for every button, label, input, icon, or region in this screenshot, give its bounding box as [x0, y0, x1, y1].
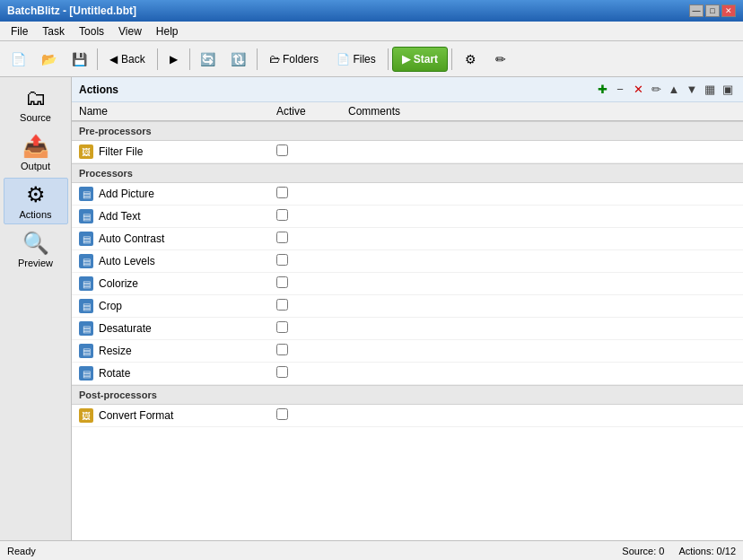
row-filter-file: 🖼 Filter File	[79, 144, 276, 159]
table-body: Pre-processors 🖼 Filter File Processors …	[72, 121, 743, 540]
add-picture-icon: ▤	[79, 187, 93, 201]
table-row: ▤ Desaturate	[72, 318, 743, 340]
crop-icon: ▤	[79, 299, 93, 313]
crop-label: Crop	[99, 300, 122, 312]
auto-levels-icon: ▤	[79, 254, 93, 268]
sidebar-item-preview[interactable]: 🔍 Preview	[4, 226, 68, 273]
status-right: Source: 0 Actions: 0/12	[622, 546, 736, 556]
remove-action-button[interactable]: −	[612, 82, 628, 98]
actions-icon: ⚙	[26, 182, 46, 207]
convert-format-icon: 🖼	[79, 408, 93, 423]
toolbar: 📄 📂 💾 ◀ Back ▶ 🔄 🔃 🗁 Folders 📄 Files ▶ S…	[0, 41, 743, 77]
table-header: Name Active Comments	[72, 102, 743, 121]
list-view-button[interactable]: ▣	[720, 82, 736, 98]
menu-file[interactable]: File	[4, 23, 35, 39]
crop-checkbox[interactable]	[276, 299, 288, 311]
delete-action-button[interactable]: ✕	[630, 82, 646, 98]
status-source: Source: 0	[622, 546, 664, 556]
new-button[interactable]: 📄	[4, 45, 32, 74]
sidebar-preview-label: Preview	[18, 258, 53, 268]
colorize-icon: ▤	[79, 276, 93, 291]
status-actions: Actions: 0/12	[678, 546, 736, 556]
refresh-button[interactable]: 🔄	[194, 45, 223, 74]
colorize-label: Colorize	[99, 277, 138, 290]
filter-file-label: Filter File	[99, 145, 143, 158]
maximize-button[interactable]: □	[705, 4, 720, 17]
section-processors: Processors	[72, 163, 743, 183]
colorize-checkbox[interactable]	[276, 276, 288, 288]
toolbar-separator-2	[157, 48, 158, 70]
actions-header: Actions ✚ − ✕ ✏ ▲ ▼ ▦ ▣	[72, 77, 743, 102]
filter-file-icon: 🖼	[79, 144, 93, 159]
main-area: 🗂 Source 📤 Output ⚙ Actions 🔍 Preview Ac…	[0, 77, 743, 540]
convert-format-label: Convert Format	[99, 409, 173, 422]
actions-toolbar: ✚ − ✕ ✏ ▲ ▼ ▦ ▣	[594, 82, 736, 98]
minimize-button[interactable]: —	[689, 4, 704, 17]
resize-checkbox[interactable]	[276, 344, 288, 355]
toolbar-separator-4	[257, 48, 258, 70]
section-postprocessors: Post-processors	[72, 385, 743, 405]
grid-view-button[interactable]: ▦	[702, 82, 718, 98]
sidebar-actions-label: Actions	[19, 209, 51, 220]
rotate-label: Rotate	[99, 367, 130, 380]
table-row: ▤ Rotate	[72, 363, 743, 385]
table-row: ▤ Auto Levels	[72, 250, 743, 273]
menu-view[interactable]: View	[111, 23, 149, 39]
sidebar-item-source[interactable]: 🗂 Source	[4, 81, 68, 127]
close-button[interactable]: ✕	[721, 4, 736, 17]
auto-levels-checkbox[interactable]	[276, 254, 288, 266]
sidebar-item-actions[interactable]: ⚙ Actions	[4, 178, 68, 224]
move-down-button[interactable]: ▼	[684, 82, 700, 98]
save-button[interactable]: 💾	[65, 45, 93, 74]
sidebar-item-output[interactable]: 📤 Output	[4, 129, 68, 176]
auto-contrast-checkbox[interactable]	[276, 232, 288, 243]
edit-button[interactable]: ✏	[486, 45, 515, 74]
table-row: ▤ Crop	[72, 295, 743, 318]
resize-icon: ▤	[79, 344, 93, 358]
col-comments: Comments	[348, 105, 736, 118]
table-row: ▤ Add Text	[72, 206, 743, 228]
toolbar-separator-3	[189, 48, 190, 70]
table-row: ▤ Colorize	[72, 273, 743, 295]
forward-button[interactable]: ▶	[162, 45, 186, 74]
resize-label: Resize	[99, 345, 132, 357]
table-row: ▤ Resize	[72, 340, 743, 363]
content-panel: Actions ✚ − ✕ ✏ ▲ ▼ ▦ ▣ Name Active Comm…	[72, 77, 743, 540]
add-picture-checkbox[interactable]	[276, 187, 288, 198]
add-text-icon: ▤	[79, 209, 93, 223]
sidebar: 🗂 Source 📤 Output ⚙ Actions 🔍 Preview	[0, 77, 72, 540]
convert-format-checkbox[interactable]	[276, 408, 288, 420]
desaturate-checkbox[interactable]	[276, 321, 288, 333]
edit-action-button[interactable]: ✏	[648, 82, 664, 98]
menu-task[interactable]: Task	[35, 23, 72, 39]
table-row: ▤ Auto Contrast	[72, 228, 743, 250]
section-preprocessors: Pre-processors	[72, 121, 743, 141]
start-button[interactable]: ▶ Start	[392, 47, 448, 72]
rotate-checkbox[interactable]	[276, 366, 288, 378]
window-controls[interactable]: — □ ✕	[689, 4, 736, 17]
folders-button[interactable]: 🗁 Folders	[261, 45, 327, 74]
settings-button[interactable]: ⚙	[456, 45, 485, 74]
menu-tools[interactable]: Tools	[72, 23, 111, 39]
table-row: 🖼 Convert Format	[72, 405, 743, 427]
back-button[interactable]: ◀ Back	[101, 45, 153, 74]
sidebar-source-label: Source	[20, 112, 51, 123]
files-button[interactable]: 📄 Files	[328, 45, 384, 74]
add-action-button[interactable]: ✚	[594, 82, 610, 98]
toolbar-separator-1	[97, 48, 98, 70]
window-title: BatchBlitz - [Untitled.bbt]	[7, 4, 136, 17]
auto-levels-label: Auto Levels	[99, 255, 155, 267]
sidebar-output-label: Output	[21, 161, 50, 171]
filter-file-checkbox[interactable]	[276, 144, 288, 156]
col-active: Active	[276, 105, 348, 118]
auto-contrast-label: Auto Contrast	[99, 232, 164, 245]
status-ready: Ready	[7, 546, 36, 556]
sync-button[interactable]: 🔃	[224, 45, 253, 74]
actions-panel-title: Actions	[79, 83, 118, 96]
title-bar: BatchBlitz - [Untitled.bbt] — □ ✕	[0, 0, 743, 22]
auto-contrast-icon: ▤	[79, 232, 93, 246]
open-button[interactable]: 📂	[34, 45, 63, 74]
move-up-button[interactable]: ▲	[666, 82, 682, 98]
menu-help[interactable]: Help	[149, 23, 186, 39]
add-text-checkbox[interactable]	[276, 209, 288, 221]
